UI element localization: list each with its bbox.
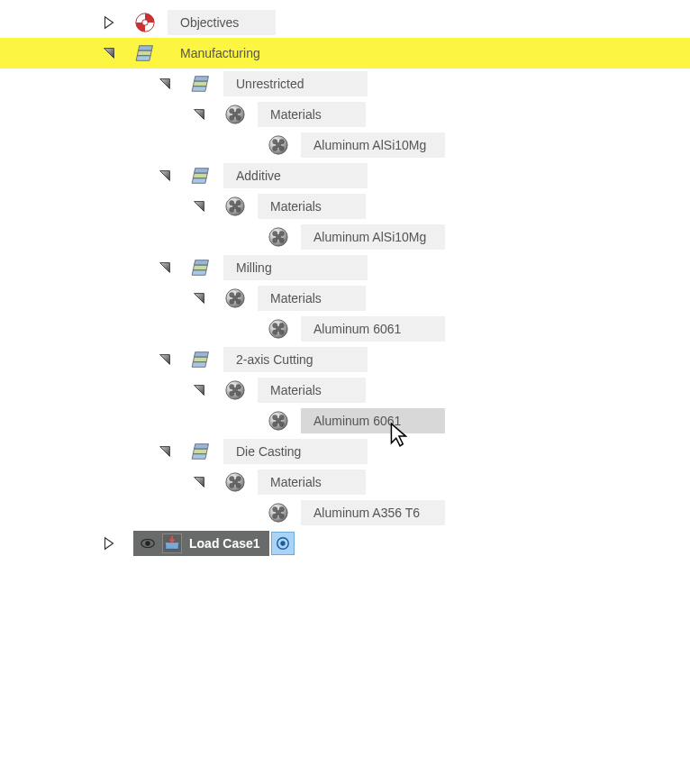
svg-point-85 [232,479,238,485]
objectives-icon [133,11,157,34]
tree-item-method[interactable]: Die Casting [0,436,690,467]
svg-rect-10 [192,87,206,92]
tree-item-label: Aluminum A356 T6 [301,500,445,525]
tree-item-manufacturing[interactable]: Manufacturing [0,38,690,68]
tree-item-method[interactable]: 2-axis Cutting [0,344,690,375]
svg-rect-60 [193,357,207,362]
sphere-icon [267,133,290,157]
expand-arrow-expanded-icon[interactable] [157,260,173,276]
expand-arrow-expanded-icon[interactable] [101,45,117,61]
tree-item-label: Die Casting [223,439,368,464]
tree-item-objectives[interactable]: Objectives [0,7,690,38]
expand-arrow-collapsed-icon[interactable] [101,14,117,31]
sphere-icon [223,470,247,494]
tree-item-material[interactable]: Aluminum A356 T6 [0,497,690,528]
svg-rect-27 [192,178,206,184]
svg-marker-28 [195,202,204,212]
expand-arrow-expanded-icon[interactable] [191,382,207,398]
expand-arrow-expanded-icon[interactable] [157,351,173,368]
sphere-icon [223,195,247,218]
sphere-icon [223,103,247,126]
svg-marker-79 [195,478,204,488]
svg-marker-24 [160,171,170,181]
expand-arrow-expanded-icon[interactable] [191,106,207,123]
svg-point-94 [145,541,150,545]
svg-rect-4 [138,46,152,51]
svg-rect-5 [137,50,151,56]
tree-item-material[interactable]: Aluminum 6061 [0,406,690,436]
layers-icon [189,348,213,371]
visibility-eye-icon[interactable] [139,534,157,552]
expand-arrow-expanded-icon[interactable] [157,443,173,460]
tree-item-method[interactable]: Unrestricted [0,68,690,99]
svg-rect-8 [194,77,208,82]
svg-marker-75 [160,447,170,457]
svg-rect-95 [166,543,179,549]
tree-item-material[interactable]: Aluminum AlSi10Mg [0,130,690,160]
svg-marker-62 [195,386,204,396]
svg-rect-43 [193,265,207,270]
tree-item-label: Unrestricted [223,71,368,96]
expand-arrow-expanded-icon[interactable] [157,168,173,184]
svg-rect-77 [193,449,207,454]
loadcase-bar[interactable]: Load Case1 [133,531,269,556]
svg-marker-92 [105,538,113,550]
tree-item-material[interactable]: Aluminum 6061 [0,314,690,344]
layers-icon [189,256,213,279]
loadcase-active-radio[interactable] [271,532,295,555]
svg-marker-0 [105,17,113,29]
svg-rect-6 [136,56,150,61]
sphere-icon [267,501,290,524]
tree-item-materials[interactable]: Materials [0,99,690,130]
svg-point-40 [276,234,281,240]
expand-arrow-expanded-icon[interactable] [191,474,207,490]
expand-arrow-collapsed-icon[interactable] [101,535,117,552]
svg-rect-78 [192,454,206,460]
tree-item-label: Additive [223,163,368,188]
expand-arrow-expanded-icon[interactable] [191,198,207,214]
tree-item-method[interactable]: Milling [0,252,690,283]
load-icon [162,533,182,553]
svg-marker-45 [195,294,204,304]
tree-item-method[interactable]: Additive [0,160,690,191]
svg-rect-25 [194,169,208,174]
tree-item-label: Materials [258,102,366,127]
tree-item-label: Materials [258,286,366,311]
svg-marker-41 [160,263,170,273]
svg-point-91 [276,510,281,515]
loadcase-label: Load Case1 [189,536,266,551]
tree-item-materials[interactable]: Materials [0,283,690,314]
svg-rect-26 [193,173,207,178]
svg-point-34 [232,204,238,209]
tree-item-materials[interactable]: Materials [0,375,690,406]
tree-item-label: Milling [223,255,368,280]
svg-rect-44 [192,270,206,276]
svg-point-51 [232,296,238,301]
tree-item-label: Objectives [168,10,276,35]
layers-icon [189,164,213,187]
expand-arrow-expanded-icon[interactable] [157,76,173,92]
tree-item-loadcase[interactable]: Load Case1 [0,528,690,559]
sphere-icon [267,409,290,433]
svg-point-2 [142,20,148,25]
tree-item-label: 2-axis Cutting [223,347,368,372]
svg-point-17 [232,112,238,117]
svg-point-57 [276,326,281,332]
svg-point-74 [276,418,281,424]
svg-point-23 [276,142,281,148]
sphere-icon [223,378,247,402]
svg-marker-7 [160,79,170,89]
svg-marker-11 [195,110,204,120]
svg-rect-61 [192,362,206,368]
svg-rect-59 [194,352,208,358]
tree-item-materials[interactable]: Materials [0,467,690,497]
svg-rect-42 [194,260,208,266]
layers-icon [189,440,213,463]
svg-point-98 [280,541,285,545]
sphere-icon [223,287,247,310]
svg-marker-3 [104,49,114,59]
tree-item-material[interactable]: Aluminum AlSi10Mg [0,222,690,252]
tree-item-label: Aluminum AlSi10Mg [301,224,445,250]
expand-arrow-expanded-icon[interactable] [191,290,207,306]
tree-item-materials[interactable]: Materials [0,191,690,222]
